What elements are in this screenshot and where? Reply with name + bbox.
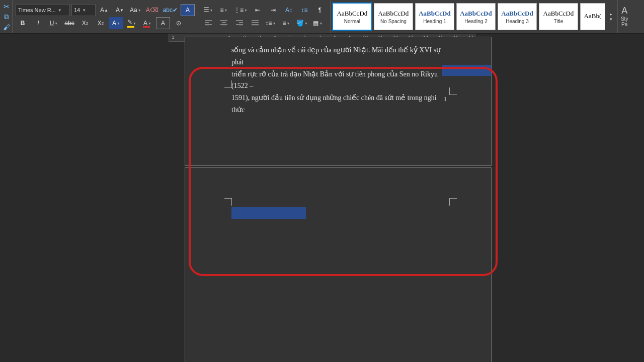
styles-gallery-more-button[interactable]: ▸▾ [607,4,615,30]
align-center-button[interactable] [217,17,231,29]
margin-marker [449,87,457,95]
pilcrow-button[interactable]: ¶ [313,4,327,16]
line-spacing-shortcut-button[interactable]: ↕≡ [297,4,311,16]
character-highlighting-button[interactable]: A [181,4,195,16]
format-painter-icon[interactable]: 🖌 [3,23,10,31]
highlight-color-button[interactable]: ✎ ▼ [125,17,139,29]
style-normal[interactable]: AaBbCcDd Normal [333,3,372,30]
grow-font-button[interactable]: A▲ [97,4,111,16]
font-size-value: 14 [74,7,80,13]
font-group: Times New R... ▼ 14 ▼ A▲ A▼ Aa▼ A⌫ abc✔ … [13,0,198,33]
text-line: sống và cảm nhận về cái đẹp của người Nh… [231,44,448,68]
margin-marker [224,80,232,88]
page-number: 1 [444,96,447,103]
shrink-font-button[interactable]: A▼ [113,4,127,16]
font-name-value: Times New R... [18,7,56,13]
paragraph-bg-button[interactable]: 🪣▼ [295,17,309,29]
justify-icon [252,20,259,26]
text-line: triển rực rỡ của trà đạo Nhật Bản với sự… [231,68,448,93]
style-more-partial[interactable]: AaBb( [580,3,605,30]
style-title[interactable]: AaBbCcDd Title [539,3,578,30]
text-selection [442,65,491,76]
font-color-bar [143,26,150,28]
font-color-button[interactable]: A ▼ [140,17,154,29]
clipboard-group: ✂ ⧉ 🖌 [1,0,13,33]
align-left-icon [205,20,212,26]
decrease-indent-button[interactable]: ⇤ [251,4,265,16]
strikethrough-button[interactable]: abc [62,17,76,29]
margin-marker [224,198,232,206]
style-no-spacing[interactable]: AaBbCcDd No Spacing [374,3,413,30]
highlight-color-bar [127,26,134,28]
style-heading-3[interactable]: AaBbCcDd Heading 3 [498,3,537,30]
bold-button[interactable]: B [16,17,30,29]
align-center-icon [220,20,227,26]
cut-icon[interactable]: ✂ [3,3,10,11]
spellcheck-icon[interactable]: abc✔ [162,4,179,16]
char-background-button[interactable]: A [156,17,170,29]
page-1[interactable]: sống và cảm nhận về cái đẹp của người Nh… [185,37,492,166]
bullet-list-button[interactable]: ☰▼ [201,4,215,16]
paragraph-group: ☰▼ ≡▼ ⋮≡▼ ⇤ ⇥ A↕ ↕≡ ¶ ↕≡▼ ≡▼ 🪣▼ [198,0,331,33]
styles-pane-button[interactable]: A Sty Pa [618,0,631,33]
align-left-button[interactable] [201,17,215,29]
align-right-button[interactable] [232,17,247,29]
clear-formatting-button[interactable]: A⌫ [144,4,160,16]
line-spacing-button[interactable]: ↕≡▼ [264,17,278,29]
font-name-combo[interactable]: Times New R... ▼ [16,4,70,16]
text-selection [231,207,306,219]
style-heading-2[interactable]: AaBbCcDd Heading 2 [456,3,496,30]
ribbon-toolbar: ✂ ⧉ 🖌 Times New R... ▼ 14 ▼ A▲ A▼ Aa▼ A⌫… [0,0,644,34]
document-area: sống và cảm nhận về cái đẹp của người Nh… [0,42,644,362]
styles-gallery: AaBbCcDd Normal AaBbCcDd No Spacing AaBb… [331,0,618,33]
page-2[interactable] [185,167,492,362]
font-size-combo[interactable]: 14 ▼ [71,4,96,16]
paragraph-spacing-button[interactable]: ≡▼ [279,17,293,29]
font-effects-button[interactable]: A▼ [109,17,123,29]
style-heading-1[interactable]: AaBbCcDd Heading 1 [415,3,454,30]
outline-list-button[interactable]: ⋮≡▼ [232,4,249,16]
superscript-button[interactable]: X2 [94,17,108,29]
change-case-button[interactable]: Aa▼ [128,4,143,16]
ruler-num: 3 [172,35,174,40]
number-list-button[interactable]: ≡▼ [217,4,231,16]
copy-icon[interactable]: ⧉ [3,13,10,21]
justify-button[interactable] [248,17,262,29]
margin-marker [449,198,457,206]
chevron-down-icon: ▼ [82,8,86,13]
text-line: 1591), người đầu tiên sử dụng những chiế… [231,92,448,116]
sort-button[interactable]: A↕ [282,4,296,16]
align-right-icon [236,20,243,26]
chevron-down-icon: ▼ [58,8,62,13]
italic-button[interactable]: I [31,17,45,29]
underline-button[interactable]: U▼ [47,17,61,29]
increase-indent-button[interactable]: ⇥ [266,4,280,16]
character-dialog-button[interactable]: ⊙ [172,17,186,29]
body-text[interactable]: sống và cảm nhận về cái đẹp của người Nh… [231,44,448,116]
subscript-button[interactable]: X2 [78,17,92,29]
borders-button[interactable]: ▦▼ [311,17,325,29]
